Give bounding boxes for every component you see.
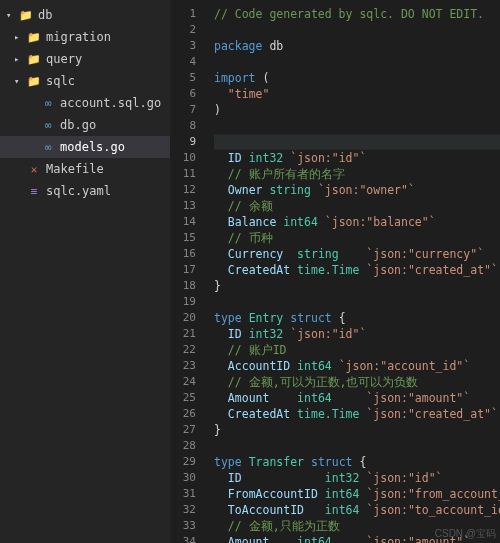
code-token: CreatedAt [228, 263, 290, 277]
code-token: string [269, 183, 311, 197]
line-number: 8 [170, 118, 208, 134]
code-token [214, 535, 228, 543]
folder-item[interactable]: ▾📁sqlc [0, 70, 170, 92]
line-number: 25 [170, 390, 208, 406]
code-token [242, 327, 249, 341]
code-line[interactable]: type Entry struct { [214, 310, 500, 326]
code-line[interactable] [214, 294, 500, 310]
line-number: 26 [170, 406, 208, 422]
line-number: 12 [170, 182, 208, 198]
code-line[interactable]: type Transfer struct { [214, 454, 500, 470]
watermark: CSDN @宝码 [435, 527, 496, 541]
code-token: // Code generated by sqlc. DO NOT EDIT. [214, 7, 484, 21]
line-number: 32 [170, 502, 208, 518]
code-token [214, 519, 228, 533]
code-line[interactable]: Owner string `json:"owner"` [214, 182, 500, 198]
tree-item-label: models.go [60, 140, 125, 154]
code-token [214, 167, 228, 181]
tree-item-label: migration [46, 30, 111, 44]
code-line[interactable]: ID int32 `json:"id"` [214, 326, 500, 342]
code-line[interactable] [214, 118, 500, 134]
file-item[interactable]: ∞models.go [0, 136, 170, 158]
code-line[interactable]: } [214, 422, 500, 438]
code-token: Amount [228, 535, 270, 543]
code-token: // 账户所有者的名字 [228, 167, 345, 181]
file-explorer[interactable]: ▾📁db▸📁migration▸📁query▾📁sqlc∞account.sql… [0, 0, 170, 543]
code-token [214, 263, 228, 277]
code-token: ID [228, 471, 242, 485]
line-number: 31 [170, 486, 208, 502]
folder-item[interactable]: ▾📁db [0, 4, 170, 26]
code-token [214, 487, 228, 501]
code-token: type [214, 311, 242, 325]
code-line[interactable]: ID int32 `json:"id"` [214, 470, 500, 486]
folder-item[interactable]: ▸📁migration [0, 26, 170, 48]
code-token [332, 391, 367, 405]
code-editor[interactable]: 1234567891011121314151617181920212223242… [170, 0, 500, 543]
code-token: time.Time [297, 263, 359, 277]
code-token: int64 [325, 503, 360, 517]
line-number: 15 [170, 230, 208, 246]
code-token: package [214, 39, 262, 53]
code-token: `json:"account_id"` [339, 359, 471, 373]
code-token: `json:"from_account_id"` [366, 487, 500, 501]
code-line[interactable]: } [214, 278, 500, 294]
code-line[interactable]: AccountID int64 `json:"account_id"` [214, 358, 500, 374]
code-token: int64 [325, 487, 360, 501]
line-number: 19 [170, 294, 208, 310]
code-token: ID [228, 327, 242, 341]
tree-item-label: account.sql.go [60, 96, 161, 110]
code-line[interactable] [214, 22, 500, 38]
code-token [339, 247, 367, 261]
code-token [318, 215, 325, 229]
code-token: Entry [249, 311, 284, 325]
code-line[interactable]: // 金额,可以为正数,也可以为负数 [214, 374, 500, 390]
line-number: 28 [170, 438, 208, 454]
code-line[interactable]: // 账户ID [214, 342, 500, 358]
folder-item[interactable]: ▸📁query [0, 48, 170, 70]
code-line[interactable]: type Account struct { [214, 134, 500, 150]
code-line[interactable]: Balance int64 `json:"balance"` [214, 214, 500, 230]
code-token: // 余额 [228, 199, 273, 213]
code-line[interactable]: Currency string `json:"currency"` [214, 246, 500, 262]
code-line[interactable]: ToAccountID int64 `json:"to_account_id"` [214, 502, 500, 518]
file-item[interactable]: ∞db.go [0, 114, 170, 136]
file-item[interactable]: ✕Makefile [0, 158, 170, 180]
code-line[interactable]: // 账户所有者的名字 [214, 166, 500, 182]
code-token: int32 [249, 327, 284, 341]
code-token: Owner [228, 183, 263, 197]
file-item[interactable]: ≡sqlc.yaml [0, 180, 170, 202]
code-line[interactable] [214, 438, 500, 454]
file-item[interactable]: ∞account.sql.go [0, 92, 170, 114]
code-line[interactable]: ) [214, 102, 500, 118]
code-line[interactable]: CreatedAt time.Time `json:"created_at"` [214, 406, 500, 422]
code-line[interactable]: import ( [214, 70, 500, 86]
code-line[interactable]: // Code generated by sqlc. DO NOT EDIT. [214, 6, 500, 22]
code-token [332, 359, 339, 373]
code-line[interactable]: // 余额 [214, 198, 500, 214]
code-line[interactable]: package db [214, 38, 500, 54]
go-icon: ∞ [40, 97, 56, 110]
code-token [311, 183, 318, 197]
code-token: AccountID [228, 359, 290, 373]
code-line[interactable] [214, 54, 500, 70]
code-line[interactable]: FromAccountID int64 `json:"from_account_… [214, 486, 500, 502]
code-token: CreatedAt [228, 407, 290, 421]
code-line[interactable]: "time" [214, 86, 500, 102]
code-line[interactable]: // 币种 [214, 230, 500, 246]
code-area[interactable]: // Code generated by sqlc. DO NOT EDIT.p… [208, 0, 500, 543]
line-number: 30 [170, 470, 208, 486]
code-token: `json:"to_account_id"` [366, 503, 500, 517]
tree-item-label: db [38, 8, 52, 22]
code-token: // 币种 [228, 231, 273, 245]
code-token [242, 471, 325, 485]
tree-item-label: sqlc [46, 74, 75, 88]
code-line[interactable]: Amount int64 `json:"amount"` [214, 390, 500, 406]
code-token [332, 535, 367, 543]
code-token: FromAccountID [228, 487, 318, 501]
go-icon: ∞ [40, 119, 56, 132]
code-line[interactable]: ID int32 `json:"id"` [214, 150, 500, 166]
code-line[interactable]: CreatedAt time.Time `json:"created_at"` [214, 262, 500, 278]
line-number: 20 [170, 310, 208, 326]
code-token [214, 407, 228, 421]
